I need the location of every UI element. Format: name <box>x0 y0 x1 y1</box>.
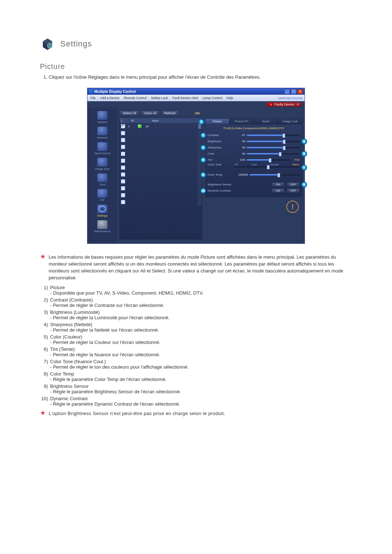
badge-3: 3 <box>301 139 307 144</box>
refresh-button[interactable]: Refresh <box>161 110 179 116</box>
sidebar: System Network Input Source Image Size T… <box>87 107 117 242</box>
menu-safety[interactable]: Safety Lock <box>151 96 168 100</box>
note-1: ★ Les informations de bases requises pou… <box>40 254 352 281</box>
contrast-slider[interactable] <box>247 135 300 136</box>
colortone-slider[interactable] <box>234 166 300 168</box>
sidebar-item-input-source[interactable]: Input Source <box>90 141 115 156</box>
settings-title: Settings <box>60 39 92 49</box>
window-titlebar: 🟦 Multiple Display Control _ □ × <box>87 88 305 95</box>
maximize-icon[interactable]: □ <box>291 89 297 94</box>
intro-list: Cliquez sur l'icône Réglages dans le men… <box>49 74 352 80</box>
device-grid: ID Input 0 AV <box>119 118 202 239</box>
close-icon[interactable]: × <box>297 89 303 94</box>
badge-2: 2 <box>200 132 206 138</box>
menu-file[interactable]: File <box>90 96 96 100</box>
badge-1: 1 <box>199 119 204 125</box>
tint-slider[interactable] <box>247 159 290 161</box>
menu-remote[interactable]: Remote Control <box>124 96 147 100</box>
screenshot-figure: 🟦 Multiple Display Control _ □ × File Ad… <box>40 88 352 244</box>
page-header: Settings <box>40 36 352 52</box>
status-ok-icon <box>138 124 142 128</box>
note-2: ★ L'option Brightness Sensor n'est peut-… <box>40 410 352 417</box>
badge-7: 7 <box>301 165 307 171</box>
colortemp-slider[interactable] <box>250 174 300 176</box>
bsensor-off-button[interactable]: OFF <box>287 182 300 187</box>
bsensor-on-button[interactable]: ON <box>271 182 285 187</box>
clear-all-button[interactable]: Clear All <box>141 110 160 116</box>
dcontrast-off-button[interactable]: OFF <box>287 188 300 193</box>
color-slider[interactable] <box>247 153 300 155</box>
fault-dot-icon <box>269 103 273 106</box>
window-title: Multiple Display Control <box>94 90 136 94</box>
menu-help[interactable]: Help <box>226 96 233 100</box>
brightness-slider[interactable] <box>247 141 300 142</box>
menu-add-device[interactable]: Add a Device <box>100 96 120 100</box>
header-checkbox[interactable] <box>121 119 122 123</box>
sidebar-item-system[interactable]: System <box>90 110 115 125</box>
col-input[interactable]: Input <box>151 119 195 122</box>
tab-image-lock[interactable]: Image Lock <box>278 118 302 124</box>
sidebar-item-pip[interactable]: PIP <box>90 188 115 203</box>
sidebar-item-time[interactable]: Time <box>90 173 115 188</box>
section-title: Picture <box>40 62 352 71</box>
star-icon: ★ <box>40 254 46 281</box>
minimize-icon[interactable]: _ <box>284 89 290 94</box>
sharpness-slider[interactable] <box>247 147 300 148</box>
sidebar-item-settings[interactable]: Settings <box>90 204 115 219</box>
col-id[interactable]: ID <box>130 119 141 122</box>
parameter-list: 1)Picture- Disponible que pour TV, AV, S… <box>40 285 352 407</box>
svg-point-4 <box>49 45 50 46</box>
select-all-button[interactable]: Select All <box>119 110 139 116</box>
sidebar-item-image-size[interactable]: Image Size <box>90 157 115 172</box>
tab-picture-pc[interactable]: Picture PC <box>229 118 254 124</box>
row-checkbox[interactable] <box>121 124 125 128</box>
faulty-device-badge[interactable]: Faulty Device : 0 <box>266 102 302 107</box>
intro-item: Cliquez sur l'icône Réglages dans le men… <box>49 74 352 80</box>
idle-label: Idle <box>195 111 202 115</box>
badge-5: 5 <box>301 151 307 157</box>
source-line: TV,AV,S-Video,Component,HDMI1,HDMI2,DTV <box>208 126 300 132</box>
tab-audio[interactable]: Audio <box>254 118 278 124</box>
sidebar-item-maintenance[interactable]: Maintenance <box>90 219 115 234</box>
star-icon: ★ <box>40 410 46 417</box>
tab-picture[interactable]: Picture <box>205 118 229 124</box>
menu-fault[interactable]: Fault Device Alert <box>172 96 198 100</box>
badge-10: 10 <box>200 188 206 194</box>
table-row[interactable]: 0 AV <box>120 123 202 130</box>
badge-6: 6 <box>200 157 206 163</box>
mdc-window: 🟦 Multiple Display Control _ □ × File Ad… <box>87 88 305 244</box>
picture-panel: TV,AV,S-Video,Component,HDMI1,HDMI2,DTV … <box>205 124 302 197</box>
badge-4: 4 <box>200 145 206 151</box>
settings-cube-icon <box>40 36 55 52</box>
menu-bar: File Add a Device Remote Control Safety … <box>87 95 305 101</box>
menu-lamp[interactable]: Lamp Control <box>203 96 222 100</box>
badge-9: 9 <box>301 182 307 188</box>
badge-8: 8 <box>200 172 206 178</box>
sidebar-item-network[interactable]: Network <box>90 126 115 141</box>
warning-icon: ! <box>286 201 299 213</box>
dcontrast-on-button[interactable]: ON <box>271 188 285 193</box>
brand-label: SAMSUNG DIGITall <box>278 97 302 99</box>
